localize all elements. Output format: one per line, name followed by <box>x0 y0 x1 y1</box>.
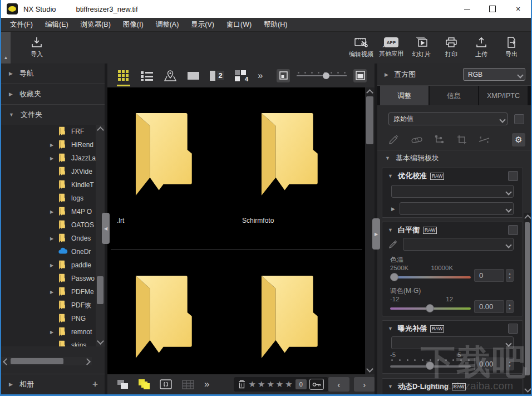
folder-tree-item[interactable]: JXVide <box>1 165 105 178</box>
tab-info[interactable]: 信息 <box>430 86 478 106</box>
scroll-up-icon[interactable] <box>524 214 531 222</box>
minimize-button[interactable] <box>454 0 480 18</box>
folder-thumbnail[interactable] <box>125 271 203 365</box>
grid-view-button[interactable] <box>116 69 131 83</box>
trash-icon[interactable] <box>238 380 245 389</box>
expand-icon[interactable]: ▶ <box>50 156 56 161</box>
scroll-right-button[interactable] <box>83 357 92 365</box>
thumbnail-label[interactable]: Schirmfoto <box>242 217 274 224</box>
folder-thumbnail[interactable] <box>125 109 203 202</box>
straighten-icon[interactable] <box>479 135 490 144</box>
star-icon[interactable]: ★ <box>276 379 283 389</box>
small-thumbnails-button[interactable] <box>277 69 290 82</box>
more-tools-button[interactable]: » <box>204 379 208 390</box>
single-view-button[interactable] <box>186 69 201 83</box>
slideshow-button[interactable]: 幻灯片 <box>406 32 436 63</box>
adjust-tree-icon[interactable] <box>434 135 445 144</box>
folder-tree-item[interactable]: logs <box>1 192 105 205</box>
sample-dropper-icon[interactable] <box>388 135 400 145</box>
exposure-select[interactable] <box>391 336 514 349</box>
folder-thumbnail[interactable] <box>251 271 329 365</box>
folder-tree-item[interactable]: PDF恢 <box>1 299 105 312</box>
next-button[interactable]: › <box>354 377 375 392</box>
stack-mode-button[interactable] <box>117 380 129 389</box>
histogram-channel-select[interactable]: RGB <box>463 68 525 81</box>
toolbar-collapse-strip[interactable]: ▲ <box>1 32 11 63</box>
scroll-down-icon[interactable] <box>524 385 531 393</box>
scroll-left-button[interactable] <box>1 357 9 365</box>
compare-2-view-button[interactable]: 2 <box>210 69 224 83</box>
preset-select[interactable]: 原始值 <box>388 113 508 125</box>
white-balance-header[interactable]: ▼ 白平衡 RAW <box>382 222 523 238</box>
upload-button[interactable]: 上传 <box>466 32 496 63</box>
previous-button[interactable]: ‹ <box>328 377 349 392</box>
menu-item[interactable]: 文件(F) <box>10 20 33 30</box>
scroll-down-icon[interactable] <box>366 365 373 373</box>
maximize-button[interactable] <box>480 0 505 18</box>
tab-xmp-iptc[interactable]: XMP/IPTC <box>479 86 528 106</box>
d-lighting-header[interactable]: ▼ 动态D-Lighting RAW <box>382 379 523 394</box>
close-button[interactable]: × <box>505 0 531 18</box>
expand-icon[interactable]: ▶ <box>50 290 56 295</box>
temp-value-input[interactable]: 0 <box>474 269 504 282</box>
other-apps-button[interactable]: APP↗ 其他应用 <box>376 32 406 63</box>
inspector-scrollbar[interactable] <box>524 213 531 394</box>
menu-item[interactable]: 显示(V) <box>191 20 214 30</box>
large-thumbnails-button[interactable] <box>353 69 367 82</box>
white-balance-select[interactable] <box>403 238 514 251</box>
menu-item[interactable]: 编辑(E) <box>45 20 68 30</box>
exposure-slider[interactable] <box>390 359 471 370</box>
exposure-checkbox[interactable] <box>508 324 518 334</box>
histogram-section[interactable]: ▶ 直方图 RGB <box>377 63 531 86</box>
folder-tree-item[interactable]: ▶HiRend <box>1 138 105 151</box>
exposure-header[interactable]: ▼ 曝光补偿 RAW <box>382 321 523 336</box>
expand-icon[interactable]: ▶ <box>50 263 56 268</box>
folder-tree-item[interactable]: Passwo <box>1 272 105 285</box>
sidebar-horizontal-scrollbar[interactable] <box>1 357 92 365</box>
tint-slider-thumb[interactable] <box>426 304 434 312</box>
menu-item[interactable]: 图像(I) <box>123 20 144 30</box>
thumbnail-label[interactable]: .lrt <box>117 217 124 224</box>
import-button[interactable]: 导入 <box>22 32 52 63</box>
menu-item[interactable]: 窗口(W) <box>226 20 252 30</box>
exposure-slider-thumb[interactable] <box>426 361 434 370</box>
exposure-spinner[interactable]: ▴▾ <box>506 358 514 370</box>
sidebar-collapse-handle[interactable]: ◀ <box>102 213 110 244</box>
folder-tree-item[interactable]: ▶remnot <box>1 325 105 339</box>
focus-frame-button[interactable] <box>160 379 172 389</box>
picture-control-header[interactable]: ▼ 优化校准 RAW <box>382 168 523 184</box>
folder-thumbnail[interactable] <box>251 109 329 202</box>
exposure-value-input[interactable]: 0.00 <box>474 358 504 370</box>
star-icon[interactable]: ★ <box>248 379 255 389</box>
scroll-up-icon[interactable] <box>366 89 373 96</box>
white-balance-checkbox[interactable] <box>508 225 518 235</box>
folder-tree-item[interactable]: ▶M4P O <box>1 205 105 218</box>
sidebar-section-favorites[interactable]: ▶ 收藏夹 <box>1 84 105 105</box>
scrollbar-thumb[interactable] <box>97 276 104 304</box>
temp-slider-thumb[interactable] <box>390 273 398 281</box>
settings-button[interactable]: ⚙ <box>512 133 525 146</box>
sidebar-section-navigation[interactable]: ▶ 导航 <box>1 63 105 84</box>
folder-tree-item[interactable]: ▶JJazzLa <box>1 151 105 165</box>
scroll-up-icon[interactable] <box>97 126 104 134</box>
inspector-collapse-handle[interactable]: ▶ <box>372 218 380 250</box>
slider-thumb[interactable] <box>323 72 329 79</box>
folder-tree-item[interactable]: OneDr <box>1 245 105 258</box>
add-album-button[interactable]: + <box>92 379 98 390</box>
menu-item[interactable]: 帮助(H) <box>264 20 287 30</box>
edit-video-button[interactable]: 编辑视频 <box>346 32 376 63</box>
more-views-button[interactable]: » <box>258 70 262 81</box>
expand-icon[interactable]: ▶ <box>50 209 56 214</box>
table-mode-button[interactable] <box>182 380 194 389</box>
tint-value-input[interactable]: 0.00 <box>474 300 504 313</box>
folder-tree-item[interactable]: PNG <box>1 312 105 325</box>
sidebar-section-albums[interactable]: ▶ 相册 + <box>1 374 105 394</box>
basic-edit-section-header[interactable]: ▼ 基本编辑板块 <box>377 150 531 166</box>
temp-spinner[interactable]: ▴▾ <box>506 269 514 282</box>
export-button[interactable]: 导出 <box>496 32 526 63</box>
folder-tree-item[interactable]: ▶PDFMe <box>1 285 105 299</box>
picture-control-checkbox[interactable] <box>508 171 518 181</box>
star-icon[interactable]: ★ <box>285 379 292 389</box>
scroll-down-icon[interactable] <box>97 338 104 345</box>
scrollbar-thumb[interactable] <box>366 96 373 144</box>
